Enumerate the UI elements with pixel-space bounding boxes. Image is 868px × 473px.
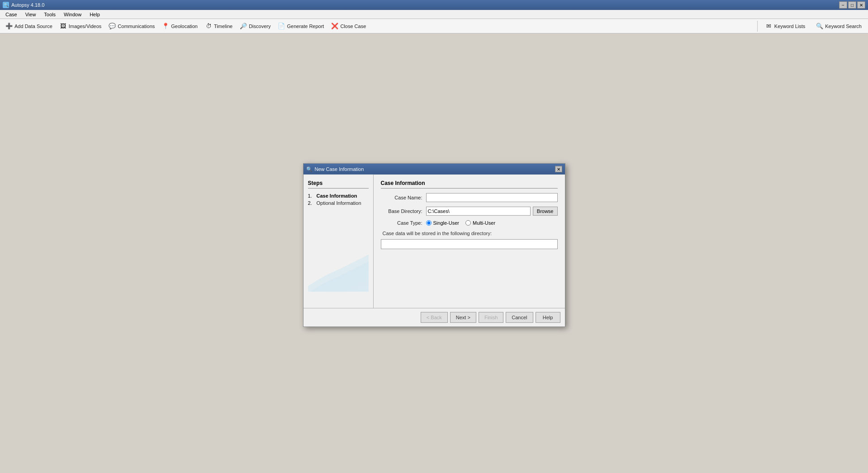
menu-window[interactable]: Window	[60, 11, 85, 18]
step-2-label: Optional Information	[317, 200, 361, 206]
toolbar-separator	[757, 21, 758, 32]
minimize-button[interactable]: −	[839, 1, 847, 9]
title-bar: 🔍 Autopsy 4.18.0 − □ ✕	[0, 0, 868, 10]
generate-report-icon: 📄	[278, 23, 285, 30]
menu-tools[interactable]: Tools	[40, 11, 59, 18]
main-area: 🔍 New Case Information ✕ Steps 1. Case I…	[0, 33, 868, 473]
keyword-search-button[interactable]: 🔍 Keyword Search	[811, 20, 866, 33]
dialog-content: Steps 1. Case Information 2. Optional In…	[304, 175, 565, 308]
storage-notice-text: Case data will be stored in the followin…	[383, 231, 492, 236]
next-button[interactable]: Next >	[450, 312, 476, 323]
case-name-input[interactable]	[426, 193, 558, 202]
case-name-label: Case Name:	[381, 195, 426, 200]
base-directory-input[interactable]	[426, 207, 531, 216]
multi-user-label: Multi-User	[473, 220, 495, 226]
cancel-button[interactable]: Cancel	[506, 312, 533, 323]
close-case-icon: ❌	[331, 23, 338, 30]
menu-case[interactable]: Case	[2, 11, 21, 18]
add-data-source-label: Add Data Source	[14, 24, 52, 29]
geolocation-icon: 📍	[162, 23, 169, 30]
discovery-label: Discovery	[249, 24, 270, 29]
images-videos-icon: 🖼	[60, 23, 67, 30]
help-button[interactable]: Help	[536, 312, 560, 323]
app-close-button[interactable]: ✕	[857, 1, 865, 9]
finish-button[interactable]: Finish	[479, 312, 503, 323]
case-name-row: Case Name:	[381, 193, 558, 202]
toolbar-right: ✉ Keyword Lists 🔍 Keyword Search	[756, 20, 866, 33]
geolocation-button[interactable]: 📍 Geolocation	[158, 20, 201, 33]
steps-panel: Steps 1. Case Information 2. Optional In…	[304, 175, 374, 308]
dialog-icon: 🔍	[306, 166, 313, 172]
multi-user-radio[interactable]	[465, 220, 471, 226]
steps-decorative	[308, 242, 369, 292]
toolbar: ➕ Add Data Source 🖼 Images/Videos 💬 Comm…	[0, 19, 868, 33]
maximize-button[interactable]: □	[848, 1, 856, 9]
timeline-label: Timeline	[214, 24, 232, 29]
step-2-number: 2.	[308, 200, 314, 206]
add-data-source-button[interactable]: ➕ Add Data Source	[2, 20, 56, 33]
case-type-radio-group: Single-User Multi-User	[426, 220, 496, 226]
images-videos-label: Images/Videos	[69, 24, 102, 29]
browse-button[interactable]: Browse	[533, 207, 558, 216]
case-info-panel: Case Information Case Name: Base Directo…	[374, 175, 565, 308]
dialog-titlebar-left: 🔍 New Case Information	[306, 166, 364, 172]
menu-bar: Case View Tools Window Help	[0, 10, 868, 19]
timeline-icon: ⏱	[205, 23, 212, 30]
storage-path-display	[381, 239, 558, 249]
step-1-number: 1.	[308, 193, 314, 199]
generate-report-label: Generate Report	[287, 24, 324, 29]
single-user-option[interactable]: Single-User	[426, 220, 459, 226]
keyword-search-icon: 🔍	[816, 23, 823, 30]
keyword-lists-button[interactable]: ✉ Keyword Lists	[761, 20, 810, 33]
close-case-button[interactable]: ❌ Close Case	[327, 20, 370, 33]
case-info-heading: Case Information	[381, 180, 558, 189]
close-case-label: Close Case	[340, 24, 366, 29]
title-bar-left: 🔍 Autopsy 4.18.0	[3, 2, 44, 8]
geolocation-label: Geolocation	[171, 24, 198, 29]
dialog-title: New Case Information	[315, 166, 364, 172]
steps-heading: Steps	[308, 180, 369, 189]
add-data-source-icon: ➕	[5, 23, 13, 30]
storage-path-row	[381, 239, 558, 249]
menu-help[interactable]: Help	[86, 11, 104, 18]
discovery-button[interactable]: 🔎 Discovery	[236, 20, 274, 33]
step-1-label: Case Information	[317, 193, 357, 199]
multi-user-option[interactable]: Multi-User	[465, 220, 495, 226]
single-user-radio[interactable]	[426, 220, 432, 226]
communications-label: Communications	[118, 24, 155, 29]
keyword-lists-icon: ✉	[765, 23, 773, 30]
keyword-search-label: Keyword Search	[825, 24, 862, 29]
step-1: 1. Case Information	[308, 193, 369, 199]
app-title: Autopsy 4.18.0	[11, 2, 44, 8]
dialog-close-button[interactable]: ✕	[555, 166, 562, 172]
keyword-lists-label: Keyword Lists	[774, 24, 805, 29]
step-2: 2. Optional Information	[308, 200, 369, 206]
timeline-button[interactable]: ⏱ Timeline	[201, 20, 236, 33]
storage-notice-row: Case data will be stored in the followin…	[381, 230, 558, 236]
single-user-label: Single-User	[433, 220, 459, 226]
generate-report-button[interactable]: 📄 Generate Report	[274, 20, 327, 33]
communications-button[interactable]: 💬 Communications	[105, 20, 158, 33]
dialog-footer: < Back Next > Finish Cancel Help	[304, 308, 565, 326]
title-bar-controls: − □ ✕	[839, 1, 865, 9]
back-button[interactable]: < Back	[421, 312, 448, 323]
new-case-dialog: 🔍 New Case Information ✕ Steps 1. Case I…	[303, 163, 565, 327]
menu-view[interactable]: View	[22, 11, 40, 18]
case-type-label: Case Type:	[381, 220, 426, 226]
discovery-icon: 🔎	[240, 23, 247, 30]
app-icon: 🔍	[3, 2, 9, 8]
dialog-titlebar: 🔍 New Case Information ✕	[304, 164, 565, 175]
case-type-row: Case Type: Single-User Multi-User	[381, 220, 558, 226]
base-directory-row: Base Directory: Browse	[381, 207, 558, 216]
images-videos-button[interactable]: 🖼 Images/Videos	[56, 20, 105, 33]
base-directory-label: Base Directory:	[381, 208, 426, 214]
communications-icon: 💬	[109, 23, 116, 30]
swoosh-decoration	[308, 242, 369, 292]
